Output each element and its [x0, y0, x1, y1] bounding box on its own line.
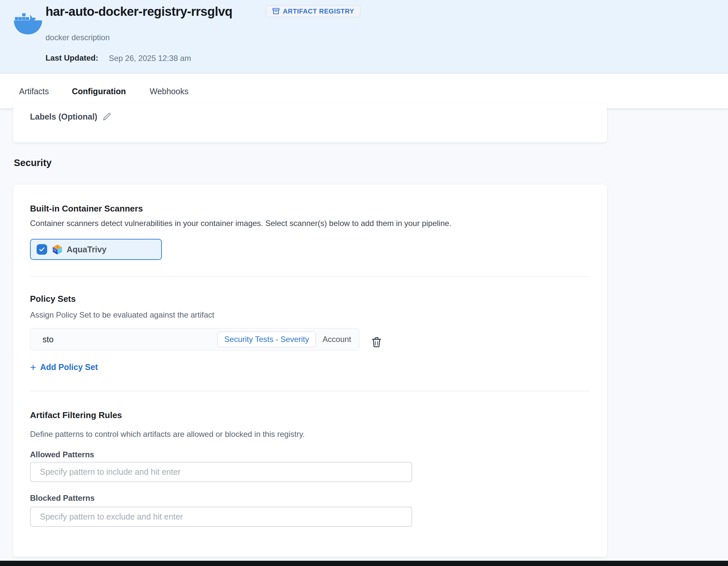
policy-set-name: sto	[43, 335, 53, 344]
policy-set-row[interactable]: sto Security Tests - Severity Account	[30, 328, 359, 350]
last-updated-value: Sep 26, 2025 12:38 am	[109, 54, 191, 63]
aquatrivy-label: AquaTrivy	[67, 245, 106, 254]
blocked-patterns-input[interactable]	[30, 507, 412, 527]
security-section-title: Security	[14, 158, 51, 168]
last-updated-label: Last Updated:	[45, 53, 98, 63]
policy-set-tag-label: Security Tests - Severity	[224, 335, 309, 344]
filtering-description: Define patterns to control which artifac…	[30, 430, 305, 439]
delete-policy-set-icon[interactable]	[370, 335, 383, 348]
filtering-title: Artifact Filtering Rules	[30, 410, 122, 420]
registry-type-badge: ARTIFACT REGISTRY	[266, 5, 360, 17]
docker-logo-icon	[14, 11, 42, 38]
archive-box-icon	[272, 7, 280, 15]
checkmark-icon	[39, 246, 45, 253]
scanner-aquatrivy-tile[interactable]: AquaTrivy	[30, 239, 162, 260]
scanners-description: Container scanners detect vulnerabilitie…	[30, 219, 451, 228]
allowed-patterns-input[interactable]	[30, 462, 412, 482]
page-header: har-auto-docker-registry-rrsglvq ARTIFAC…	[0, 0, 728, 74]
registry-badge-label: ARTIFACT REGISTRY	[283, 8, 354, 15]
registry-description: docker description	[45, 33, 110, 42]
add-policy-set-label: Add Policy Set	[40, 362, 98, 372]
tab-configuration-label: Configuration	[72, 87, 126, 96]
aquatrivy-checkbox[interactable]	[37, 244, 47, 255]
allowed-patterns-label: Allowed Patterns	[30, 450, 94, 459]
policy-set-tag[interactable]: Security Tests - Severity	[217, 331, 316, 347]
policy-set-scope: Account	[322, 335, 354, 344]
labels-optional-title: Labels (Optional)	[30, 112, 97, 122]
policy-sets-description: Assign Policy Set to be evaluated agains…	[30, 310, 214, 319]
tab-webhooks-label: Webhooks	[150, 87, 189, 96]
policy-sets-title: Policy Sets	[30, 294, 76, 304]
page-title: har-auto-docker-registry-rrsglvq	[45, 5, 232, 19]
labels-card: Labels (Optional)	[13, 103, 607, 142]
add-policy-set-button[interactable]: + Add Policy Set	[30, 362, 98, 372]
blocked-patterns-label: Blocked Patterns	[30, 493, 95, 503]
plus-icon: +	[30, 363, 36, 372]
aquatrivy-icon	[52, 244, 63, 255]
edit-pencil-icon[interactable]	[102, 112, 112, 122]
scanners-title: Built-in Container Scanners	[30, 204, 143, 214]
bottom-bar	[0, 561, 728, 566]
divider	[30, 391, 590, 391]
tab-artifacts-label: Artifacts	[19, 87, 49, 96]
security-card: Built-in Container Scanners Container sc…	[13, 185, 607, 557]
divider	[30, 276, 590, 277]
